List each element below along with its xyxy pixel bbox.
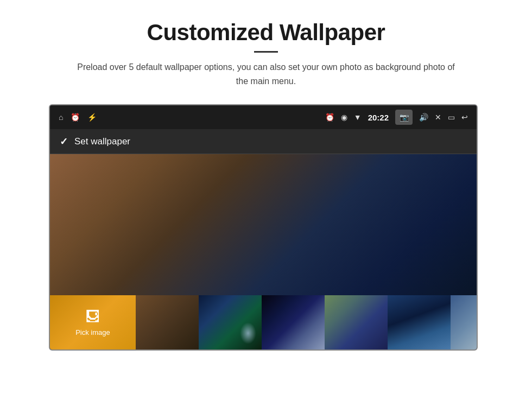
app-bar-title: Set wallpaper: [74, 136, 130, 147]
wallpaper-thumb-2[interactable]: [199, 295, 262, 349]
page-header: Customized Wallpaper Preload over 5 defa…: [49, 0, 483, 94]
app-bar: ✓ Set wallpaper: [50, 129, 477, 154]
status-left: ⌂ ⏰ ⚡: [59, 113, 97, 122]
wallpaper-thumb-5[interactable]: [388, 295, 451, 349]
wallpaper-thumb-4[interactable]: [325, 295, 388, 349]
volume-icon: 🔊: [419, 113, 428, 122]
status-bar: ⌂ ⏰ ⚡ ⏰ ◉ ▼ 20:22 📷 🔊 ✕ ▭ ↩: [50, 105, 477, 129]
camera-button[interactable]: 📷: [395, 110, 413, 125]
alarm-icon: ⏰: [71, 113, 80, 122]
page-container: Customized Wallpaper Preload over 5 defa…: [49, 0, 483, 351]
status-time: 20:22: [368, 113, 389, 122]
title-divider: [254, 51, 278, 53]
close-icon: ✕: [435, 113, 441, 122]
usb-icon: ⚡: [87, 113, 97, 122]
wallpaper-preview: [50, 154, 477, 295]
home-icon: ⌂: [59, 113, 63, 122]
wallpaper-thumb-3[interactable]: [262, 295, 325, 349]
page-subtitle: Preload over 5 default wallpaper options…: [71, 60, 461, 88]
check-icon: ✓: [60, 136, 68, 148]
alarm2-icon: ⏰: [325, 113, 334, 122]
location-icon: ◉: [341, 113, 347, 122]
pick-image-label: Pick image: [75, 328, 110, 336]
wallpaper-thumb-6[interactable]: [451, 295, 477, 349]
thumbnail-strip: ⛾ Pick image: [50, 295, 477, 349]
window-icon: ▭: [448, 113, 455, 122]
back-icon: ↩: [461, 113, 468, 122]
page-title: Customized Wallpaper: [71, 20, 461, 46]
camera-icon: 📷: [400, 113, 409, 122]
pick-image-button[interactable]: ⛾ Pick image: [50, 295, 136, 349]
status-right: ⏰ ◉ ▼ 20:22 📷 🔊 ✕ ▭ ↩: [325, 110, 468, 125]
image-pick-icon: ⛾: [86, 308, 100, 325]
wifi-icon: ▼: [354, 113, 362, 122]
wallpaper-thumb-1[interactable]: [136, 295, 199, 349]
device-screen: ⌂ ⏰ ⚡ ⏰ ◉ ▼ 20:22 📷 🔊 ✕ ▭ ↩ ✓ Set wallpa…: [49, 104, 478, 351]
